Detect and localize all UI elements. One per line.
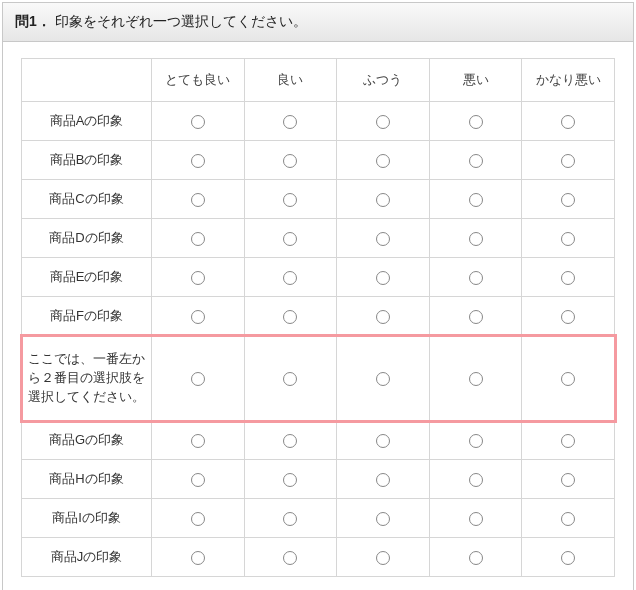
radio-cell[interactable] <box>337 258 430 297</box>
radio-icon[interactable] <box>469 434 483 448</box>
radio-icon[interactable] <box>561 473 575 487</box>
radio-cell[interactable] <box>429 258 522 297</box>
radio-cell[interactable] <box>429 336 522 421</box>
radio-cell[interactable] <box>429 102 522 141</box>
radio-icon[interactable] <box>469 115 483 129</box>
radio-icon[interactable] <box>376 271 390 285</box>
radio-icon[interactable] <box>191 154 205 168</box>
radio-icon[interactable] <box>469 232 483 246</box>
radio-cell[interactable] <box>522 219 615 258</box>
radio-cell[interactable] <box>337 297 430 336</box>
radio-icon[interactable] <box>469 154 483 168</box>
radio-cell[interactable] <box>522 258 615 297</box>
radio-icon[interactable] <box>469 473 483 487</box>
radio-cell[interactable] <box>337 499 430 538</box>
radio-icon[interactable] <box>191 115 205 129</box>
radio-cell[interactable] <box>429 180 522 219</box>
radio-cell[interactable] <box>152 180 245 219</box>
radio-cell[interactable] <box>244 180 337 219</box>
radio-cell[interactable] <box>244 297 337 336</box>
radio-icon[interactable] <box>283 434 297 448</box>
radio-icon[interactable] <box>376 232 390 246</box>
radio-icon[interactable] <box>469 310 483 324</box>
radio-icon[interactable] <box>191 512 205 526</box>
radio-icon[interactable] <box>561 154 575 168</box>
radio-icon[interactable] <box>469 372 483 386</box>
radio-cell[interactable] <box>152 499 245 538</box>
radio-cell[interactable] <box>244 336 337 421</box>
radio-icon[interactable] <box>469 551 483 565</box>
radio-cell[interactable] <box>429 219 522 258</box>
radio-cell[interactable] <box>244 258 337 297</box>
radio-icon[interactable] <box>283 154 297 168</box>
radio-cell[interactable] <box>522 421 615 460</box>
radio-icon[interactable] <box>561 310 575 324</box>
radio-icon[interactable] <box>561 193 575 207</box>
radio-icon[interactable] <box>561 232 575 246</box>
radio-icon[interactable] <box>191 473 205 487</box>
radio-cell[interactable] <box>152 258 245 297</box>
radio-cell[interactable] <box>522 460 615 499</box>
radio-cell[interactable] <box>522 102 615 141</box>
radio-icon[interactable] <box>376 434 390 448</box>
radio-cell[interactable] <box>429 538 522 577</box>
radio-icon[interactable] <box>283 512 297 526</box>
radio-cell[interactable] <box>522 499 615 538</box>
radio-cell[interactable] <box>152 538 245 577</box>
radio-icon[interactable] <box>469 512 483 526</box>
radio-icon[interactable] <box>561 551 575 565</box>
radio-cell[interactable] <box>244 219 337 258</box>
radio-icon[interactable] <box>561 271 575 285</box>
radio-cell[interactable] <box>522 336 615 421</box>
radio-cell[interactable] <box>522 141 615 180</box>
radio-icon[interactable] <box>561 434 575 448</box>
radio-icon[interactable] <box>561 512 575 526</box>
radio-cell[interactable] <box>429 141 522 180</box>
radio-cell[interactable] <box>244 102 337 141</box>
radio-cell[interactable] <box>429 460 522 499</box>
radio-cell[interactable] <box>522 538 615 577</box>
radio-icon[interactable] <box>469 193 483 207</box>
radio-icon[interactable] <box>283 193 297 207</box>
radio-icon[interactable] <box>191 310 205 324</box>
radio-icon[interactable] <box>283 372 297 386</box>
radio-cell[interactable] <box>244 460 337 499</box>
radio-icon[interactable] <box>191 232 205 246</box>
radio-cell[interactable] <box>522 180 615 219</box>
radio-icon[interactable] <box>191 434 205 448</box>
radio-cell[interactable] <box>337 219 430 258</box>
radio-cell[interactable] <box>244 499 337 538</box>
radio-cell[interactable] <box>429 421 522 460</box>
radio-cell[interactable] <box>337 102 430 141</box>
radio-cell[interactable] <box>152 102 245 141</box>
radio-cell[interactable] <box>152 460 245 499</box>
radio-cell[interactable] <box>152 219 245 258</box>
radio-cell[interactable] <box>337 180 430 219</box>
radio-cell[interactable] <box>337 538 430 577</box>
radio-cell[interactable] <box>522 297 615 336</box>
radio-cell[interactable] <box>244 141 337 180</box>
radio-icon[interactable] <box>376 512 390 526</box>
radio-cell[interactable] <box>337 460 430 499</box>
radio-icon[interactable] <box>376 551 390 565</box>
radio-cell[interactable] <box>152 336 245 421</box>
radio-cell[interactable] <box>244 538 337 577</box>
radio-icon[interactable] <box>191 271 205 285</box>
radio-cell[interactable] <box>152 141 245 180</box>
radio-cell[interactable] <box>244 421 337 460</box>
radio-icon[interactable] <box>191 193 205 207</box>
radio-icon[interactable] <box>376 473 390 487</box>
radio-icon[interactable] <box>283 310 297 324</box>
radio-icon[interactable] <box>191 551 205 565</box>
radio-icon[interactable] <box>561 372 575 386</box>
radio-cell[interactable] <box>337 336 430 421</box>
radio-cell[interactable] <box>152 297 245 336</box>
radio-icon[interactable] <box>283 115 297 129</box>
radio-icon[interactable] <box>283 232 297 246</box>
radio-cell[interactable] <box>429 499 522 538</box>
radio-cell[interactable] <box>429 297 522 336</box>
radio-cell[interactable] <box>152 421 245 460</box>
radio-icon[interactable] <box>283 473 297 487</box>
radio-icon[interactable] <box>376 154 390 168</box>
radio-icon[interactable] <box>376 310 390 324</box>
